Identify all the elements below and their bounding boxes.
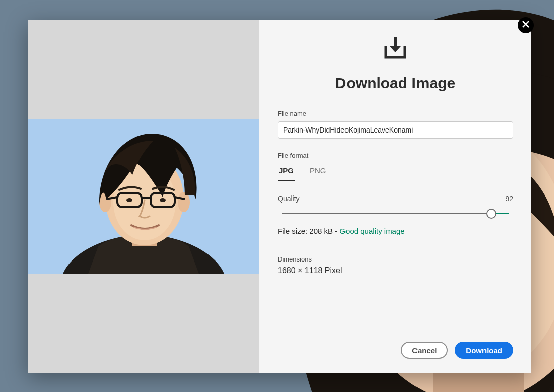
quality-label: Quality xyxy=(278,194,300,203)
file-size-line: File size: 208 kB - Good quality image xyxy=(278,227,513,235)
quality-value: 92 xyxy=(505,194,513,203)
file-size-value: 208 kB xyxy=(309,227,333,235)
close-button[interactable] xyxy=(518,17,534,33)
file-size-prefix: File size: xyxy=(278,227,309,235)
quality-hint: Good quality image xyxy=(339,227,404,235)
dialog-title: Download Image xyxy=(278,75,513,92)
download-icon xyxy=(278,36,513,62)
file-format-block: File format JPG PNG xyxy=(278,152,513,181)
dimensions-value: 1680 × 1118 Pixel xyxy=(278,266,513,275)
svg-point-12 xyxy=(126,198,132,202)
tab-jpg[interactable]: JPG xyxy=(278,163,295,181)
download-dialog: Download Image File name File format JPG… xyxy=(28,20,531,373)
slider-track xyxy=(282,213,509,214)
slider-thumb[interactable] xyxy=(486,209,496,219)
close-icon xyxy=(522,20,530,30)
svg-point-13 xyxy=(160,198,166,202)
dimensions-block: Dimensions 1680 × 1118 Pixel xyxy=(278,255,513,275)
file-name-input[interactable] xyxy=(278,121,513,139)
file-format-label: File format xyxy=(278,152,513,159)
format-tabs: JPG PNG xyxy=(278,163,513,181)
file-name-block: File name xyxy=(278,110,513,139)
form-pane: Download Image File name File format JPG… xyxy=(259,20,531,373)
cancel-button[interactable]: Cancel xyxy=(401,342,448,359)
svg-rect-14 xyxy=(394,37,397,47)
file-name-label: File name xyxy=(278,110,513,117)
preview-image xyxy=(28,119,259,274)
preview-pane xyxy=(28,20,259,373)
tab-png[interactable]: PNG xyxy=(309,163,327,181)
dimensions-label: Dimensions xyxy=(278,255,513,263)
download-button[interactable]: Download xyxy=(455,342,513,359)
quality-slider[interactable] xyxy=(278,208,513,220)
dialog-actions: Cancel Download xyxy=(278,342,513,359)
file-size-sep: - xyxy=(333,227,339,235)
quality-block: Quality 92 File size: 208 kB - Good qual… xyxy=(278,194,513,235)
